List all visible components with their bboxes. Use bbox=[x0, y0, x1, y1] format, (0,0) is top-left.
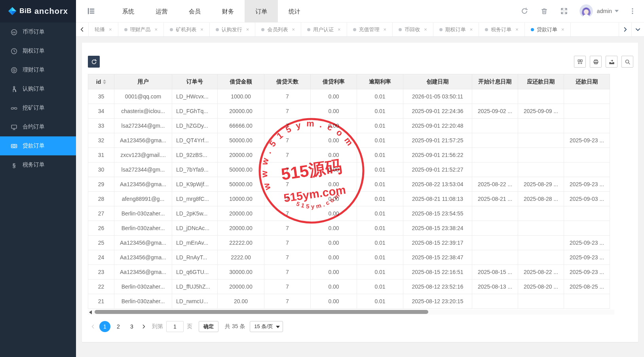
sidebar-item-0[interactable]: cc币币订单 bbox=[0, 23, 76, 42]
page-number-2[interactable]: 2 bbox=[113, 321, 124, 332]
cell-id: 29 bbox=[88, 177, 114, 192]
trash-icon[interactable] bbox=[541, 8, 548, 15]
sidebar-item-6[interactable]: 贷款订单 bbox=[0, 136, 76, 155]
tab-dot-icon bbox=[399, 28, 402, 31]
cell-order_no: LD_7bYfa9... bbox=[172, 162, 218, 177]
tab-2[interactable]: 矿机列表× bbox=[164, 23, 210, 36]
total-count-label: 共 35 条 bbox=[225, 323, 245, 330]
topnav-item-3[interactable]: 财务 bbox=[211, 0, 245, 23]
topnav-label: 运营 bbox=[156, 8, 167, 15]
sidebar-item-4[interactable]: 挖矿订单 bbox=[0, 98, 76, 117]
sidebar-item-1[interactable]: 期权订单 bbox=[0, 42, 76, 60]
close-icon[interactable]: × bbox=[200, 26, 203, 32]
cell-days: 7 bbox=[264, 148, 311, 162]
cell-user: Berlin-030zaher... bbox=[114, 206, 172, 221]
cell-overdue_rate: 0.01 bbox=[357, 221, 403, 236]
page-number-input[interactable] bbox=[166, 321, 184, 332]
close-icon[interactable]: × bbox=[424, 26, 427, 32]
cell-order_no: LD_2pK5w... bbox=[172, 206, 218, 221]
tab-9[interactable]: 税务订单× bbox=[479, 23, 525, 36]
horizontal-scrollbar[interactable] bbox=[88, 310, 614, 315]
column-header-rate: 借贷利率 bbox=[311, 74, 357, 89]
close-icon[interactable]: × bbox=[384, 26, 387, 32]
topnav-item-2[interactable]: 会员 bbox=[178, 0, 211, 23]
coin-pair-icon: cc bbox=[11, 29, 17, 36]
tabs-scroll-right-icon[interactable] bbox=[619, 23, 631, 36]
table-tools bbox=[570, 56, 633, 68]
tabs-menu-icon[interactable] bbox=[631, 23, 644, 36]
sidebar-item-3[interactable]: 认购订单 bbox=[0, 79, 76, 98]
scrollbar-thumb[interactable] bbox=[95, 310, 428, 314]
sidebar-item-5[interactable]: 合约订单 bbox=[0, 117, 76, 136]
topnav-item-0[interactable]: 系统 bbox=[112, 0, 145, 23]
page-number-1[interactable]: 1 bbox=[99, 321, 110, 332]
close-icon[interactable]: × bbox=[561, 26, 564, 32]
cell-days: 7 bbox=[264, 221, 311, 236]
tab-8[interactable]: 期权订单× bbox=[433, 23, 479, 36]
cell-amount: 22222.00 bbox=[218, 236, 264, 250]
cell-created_at: 2025-08-15 23:54:55 bbox=[403, 206, 472, 221]
cell-overdue_rate: 0.01 bbox=[357, 89, 403, 104]
cell-overdue_rate: 0.01 bbox=[357, 162, 403, 177]
clock-icon bbox=[11, 48, 17, 55]
cell-amount: 50000.00 bbox=[218, 177, 264, 192]
cell-interest_start bbox=[472, 162, 518, 177]
confirm-page-button[interactable]: 确定 bbox=[199, 321, 218, 332]
tab-7[interactable]: 币回收× bbox=[393, 23, 433, 36]
cell-amount: 20.00 bbox=[218, 294, 264, 309]
cell-user: lsa272344@gm... bbox=[114, 162, 172, 177]
collapse-menu-icon[interactable] bbox=[87, 7, 95, 15]
fullscreen-icon[interactable] bbox=[560, 8, 568, 15]
cell-rate: 0.00 bbox=[311, 133, 357, 148]
close-icon[interactable]: × bbox=[109, 26, 112, 32]
tab-1[interactable]: 理财产品× bbox=[118, 23, 164, 36]
sidebar-item-7[interactable]: §税务订单 bbox=[0, 155, 76, 174]
close-icon[interactable]: × bbox=[155, 26, 158, 32]
prev-page-icon[interactable] bbox=[88, 321, 98, 332]
cell-interest_start bbox=[472, 119, 518, 133]
close-icon[interactable]: × bbox=[515, 26, 519, 32]
cell-due_date: 2025-08-22 ... bbox=[518, 265, 564, 280]
page-number-3[interactable]: 3 bbox=[126, 321, 137, 332]
cell-order_no: LD_92zBS... bbox=[172, 148, 218, 162]
cell-rate: 0.00 bbox=[311, 294, 357, 309]
close-icon[interactable]: × bbox=[246, 26, 249, 32]
page-size-select[interactable]: 15 条/页 bbox=[250, 321, 283, 332]
tab-label: 贷款订单 bbox=[537, 26, 557, 33]
next-page-icon[interactable] bbox=[139, 321, 149, 332]
cell-repay_date bbox=[564, 206, 610, 221]
close-icon[interactable]: × bbox=[338, 26, 341, 32]
tab-0[interactable]: 轮播× bbox=[89, 23, 118, 36]
search-icon[interactable] bbox=[621, 56, 633, 68]
cell-order_no: LD_q6GTU... bbox=[172, 265, 218, 280]
sort-icon[interactable] bbox=[103, 79, 106, 84]
sidebar-item-2[interactable]: 理财订单 bbox=[0, 60, 76, 79]
sidebar-item-label: 理财订单 bbox=[23, 66, 45, 74]
tab-label: 理财产品 bbox=[130, 26, 151, 33]
more-options-icon[interactable] bbox=[629, 8, 636, 15]
print-button[interactable] bbox=[590, 56, 602, 68]
tabs-scroll-left-icon[interactable] bbox=[76, 23, 89, 36]
columns-filter-button[interactable] bbox=[574, 56, 586, 68]
topnav-item-1[interactable]: 运营 bbox=[145, 0, 178, 23]
user-avatar[interactable] bbox=[579, 4, 593, 18]
table-refresh-button[interactable] bbox=[88, 56, 100, 68]
close-icon[interactable]: × bbox=[470, 26, 473, 32]
cell-overdue_rate: 0.01 bbox=[357, 177, 403, 192]
cell-id: 26 bbox=[88, 221, 114, 236]
topnav-item-5[interactable]: 统计 bbox=[278, 0, 311, 23]
close-icon[interactable]: × bbox=[292, 26, 295, 32]
user-menu[interactable]: admin bbox=[597, 8, 619, 14]
tab-6[interactable]: 充值管理× bbox=[347, 23, 393, 36]
tab-3[interactable]: 认购发行× bbox=[210, 23, 256, 36]
tab-5[interactable]: 用户认证× bbox=[301, 23, 347, 36]
tab-4[interactable]: 会员列表× bbox=[255, 23, 301, 36]
cell-overdue_rate: 0.01 bbox=[357, 280, 403, 294]
cell-overdue_rate: 0.01 bbox=[357, 206, 403, 221]
refresh-icon[interactable] bbox=[521, 8, 528, 15]
scrollbar-left-arrow-icon[interactable] bbox=[89, 310, 92, 314]
cell-amount: 1000.00 bbox=[218, 89, 264, 104]
topnav-item-4[interactable]: 订单 bbox=[245, 0, 278, 23]
tab-10[interactable]: 贷款订单× bbox=[525, 23, 571, 36]
export-button[interactable] bbox=[606, 56, 617, 68]
